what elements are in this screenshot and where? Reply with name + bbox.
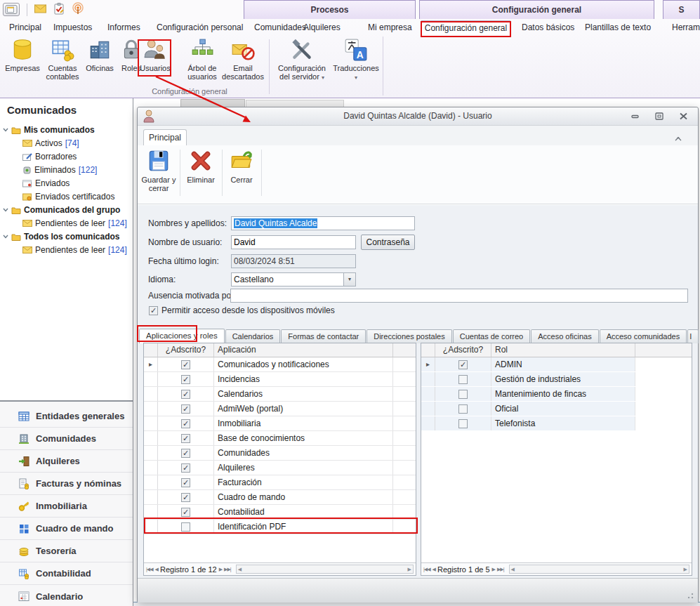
arbol-de-usuarios-button[interactable]: Árbol de usuarios: [181, 38, 223, 81]
row-checkbox[interactable]: [458, 419, 468, 428]
tab-principal[interactable]: Principal: [9, 20, 41, 35]
nav-comunidades[interactable]: Comunidades: [0, 428, 133, 450]
column-adscrito[interactable]: ¿Adscrito?: [435, 343, 491, 357]
nav-alquileres[interactable]: Alquileres: [0, 450, 133, 473]
prev-record-icon[interactable]: ◀: [432, 567, 435, 572]
tab-truncated[interactable]: I: [687, 329, 699, 343]
roles-grid-header[interactable]: ¿Adscrito? Rol: [421, 343, 692, 357]
tree-item-enviados-certificados[interactable]: Enviados certificados: [22, 190, 117, 203]
scroll-left-icon[interactable]: ◀: [238, 567, 242, 572]
broadcast-icon[interactable]: [72, 2, 84, 17]
tasks-icon[interactable]: [53, 3, 65, 17]
tab-direcciones-postales[interactable]: Direcciones postales: [366, 329, 452, 343]
absence-input[interactable]: [233, 289, 685, 302]
mobile-access-checkbox-row[interactable]: Permitir acceso desde los dispositivos m…: [149, 305, 335, 315]
new-mail-icon[interactable]: [34, 4, 46, 15]
row-checkbox[interactable]: [181, 375, 190, 384]
table-row[interactable]: Facturación: [144, 475, 416, 490]
table-row[interactable]: ▸Comunicados y notificaciones: [144, 357, 416, 372]
dialog-tab-principal[interactable]: Principal: [143, 129, 187, 145]
row-checkbox[interactable]: [181, 478, 190, 487]
app-menu-icon[interactable]: [3, 3, 20, 16]
horizontal-scrollbar[interactable]: ◀▶: [236, 565, 414, 574]
nav-facturas-y-nominas[interactable]: Facturas y nóminas: [0, 473, 133, 495]
last-record-icon[interactable]: ▶▶|: [497, 567, 504, 572]
row-checkbox[interactable]: [181, 493, 190, 502]
row-checkbox[interactable]: [181, 404, 190, 414]
nav-entidades-generales[interactable]: Entidades generales: [0, 405, 133, 428]
table-row[interactable]: Comunidades: [144, 446, 416, 461]
table-row[interactable]: ▸ADMIN: [421, 357, 692, 372]
password-button[interactable]: Contraseña: [361, 235, 415, 250]
tab-plantillas-de-texto[interactable]: Plantillas de texto: [585, 20, 651, 35]
nav-inmobiliaria[interactable]: Inmobiliaria: [0, 495, 133, 518]
table-row[interactable]: Oficial: [421, 402, 692, 416]
tab-comunidades[interactable]: Comunidades: [254, 20, 306, 35]
row-checkbox[interactable]: [181, 463, 190, 473]
row-checkbox[interactable]: [181, 522, 190, 532]
row-checkbox[interactable]: [458, 375, 468, 384]
nav-cuadro-de-mando[interactable]: Cuadro de mando: [0, 518, 133, 540]
column-adscrito[interactable]: ¿Adscrito?: [158, 343, 214, 357]
table-row[interactable]: AdmiWeb (portal): [144, 402, 416, 416]
tab-configuracion-general[interactable]: Configuración general: [421, 20, 510, 35]
horizontal-scrollbar[interactable]: ◀▶: [509, 565, 689, 574]
row-checkbox[interactable]: [458, 390, 468, 399]
table-row[interactable]: Contabilidad: [144, 505, 416, 520]
tree-group-todos-los-comunicados[interactable]: Todos los comunicados: [3, 230, 119, 243]
username-input[interactable]: [234, 236, 353, 249]
oficinas-button[interactable]: Oficinas: [83, 38, 117, 72]
nav-tesoreria[interactable]: Tesorería: [0, 540, 133, 562]
next-record-icon[interactable]: ▶: [219, 567, 222, 572]
mobile-access-checkbox[interactable]: [149, 306, 158, 315]
tab-herramientas[interactable]: Herramientas: [672, 20, 700, 35]
combo-dropdown-icon[interactable]: ▾: [343, 273, 355, 286]
table-row[interactable]: Inmobiliaria: [144, 416, 416, 431]
tree-item-borradores[interactable]: Borradores: [22, 150, 79, 163]
configuracion-del-servidor-button[interactable]: Configuración del servidor ▾: [272, 38, 331, 82]
cuentas-contables-button[interactable]: Cuentas contables: [42, 38, 83, 81]
tab-calendarios[interactable]: Calendarios: [225, 329, 281, 343]
scroll-right-icon[interactable]: ▶: [684, 567, 687, 572]
column-rol[interactable]: Rol: [491, 343, 635, 357]
tab-acceso-comunidades[interactable]: Acceso comunidades: [600, 329, 687, 343]
table-row[interactable]: Gestión de industriales: [421, 372, 692, 387]
first-record-icon[interactable]: |◀◀: [146, 567, 153, 572]
scroll-right-icon[interactable]: ▶: [408, 567, 411, 572]
row-checkbox[interactable]: [181, 449, 190, 458]
row-checkbox[interactable]: [458, 360, 468, 369]
first-record-icon[interactable]: |◀◀: [423, 567, 430, 572]
row-checkbox[interactable]: [181, 390, 190, 399]
table-row[interactable]: Incidencias: [144, 372, 416, 387]
restore-button[interactable]: [653, 111, 666, 121]
applications-grid-header[interactable]: ¿Adscrito? Aplicación: [144, 343, 416, 357]
column-aplicacion[interactable]: Aplicación: [214, 343, 393, 357]
dialog-titlebar[interactable]: David Quintas Alcalde (David) - Usuario: [138, 107, 698, 126]
tab-formas-de-contactar[interactable]: Formas de contactar: [281, 329, 366, 343]
tab-aplicaciones-y-roles[interactable]: Aplicaciones y roles: [139, 329, 225, 343]
collapse-ribbon-icon[interactable]: [674, 134, 682, 144]
tab-mi-empresa[interactable]: Mi empresa: [368, 20, 412, 35]
usuarios-button[interactable]: Usuarios: [139, 38, 171, 72]
minimize-button[interactable]: [629, 111, 642, 121]
table-row[interactable]: Cuadro de mando: [144, 490, 416, 505]
guardar-y-cerrar-button[interactable]: Guardar y cerrar: [140, 149, 177, 192]
table-row[interactable]: Calendarios: [144, 387, 416, 402]
tab-informes[interactable]: Informes: [107, 20, 140, 35]
next-record-icon[interactable]: ▶: [492, 567, 495, 572]
prev-record-icon[interactable]: ◀: [155, 567, 158, 572]
nav-calendario[interactable]: Calendario: [0, 585, 133, 606]
resize-grip[interactable]: [687, 592, 694, 599]
name-field[interactable]: David Quintas Alcalde: [231, 216, 415, 230]
row-checkbox[interactable]: [458, 404, 468, 414]
table-row[interactable]: Alquileres: [144, 461, 416, 475]
tree-group-mis-comunicados[interactable]: Mis comunicados: [3, 124, 95, 136]
email-descartados-button[interactable]: Email descartados: [219, 38, 267, 81]
table-row-identificacion-pdf[interactable]: Identificación PDF: [144, 520, 416, 534]
tab-configuracion-personal[interactable]: Configuración personal: [157, 20, 243, 35]
tree-item-enviados[interactable]: Enviados: [22, 177, 72, 190]
tree-item-pendientes-grupo[interactable]: Pendientes de leer[124]: [22, 217, 127, 230]
tab-impuestos[interactable]: Impuestos: [53, 20, 92, 35]
row-checkbox[interactable]: [181, 434, 190, 443]
tree-group-comunicados-del-grupo[interactable]: Comunicados del grupo: [3, 204, 120, 216]
